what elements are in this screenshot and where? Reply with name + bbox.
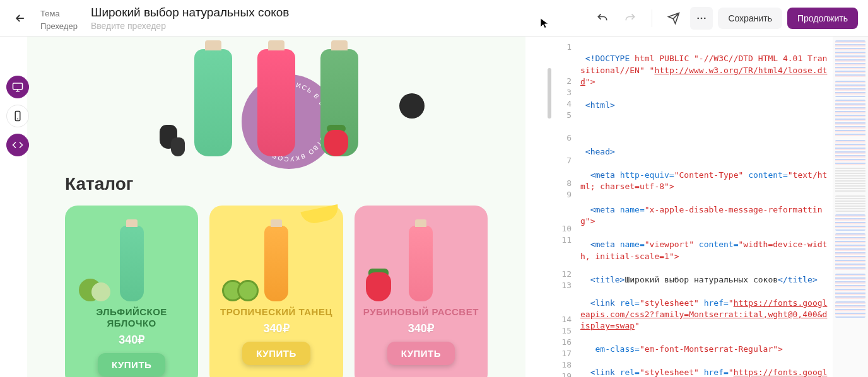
svg-rect-3 — [13, 83, 23, 90]
preheader-label: Прехедер — [40, 21, 83, 31]
catalog-title: Каталог — [65, 174, 488, 194]
product-price: 340₽ — [217, 322, 335, 335]
header-fields: Тема Широкий выбор натуральных соков Пре… — [40, 6, 289, 31]
bottle-green — [194, 49, 232, 156]
svg-point-2 — [704, 17, 706, 19]
product-image — [362, 213, 480, 301]
undo-icon — [596, 12, 609, 25]
desktop-view-button[interactable] — [6, 76, 29, 98]
product-image — [217, 213, 335, 301]
more-horizontal-icon — [696, 13, 707, 24]
hero-section: ОКУНИСЬ В БЛАЖЕНСТВО ВКУСОВ — [65, 37, 488, 156]
product-card: ЭЛЬФИЙСКОЕ ЯБЛОЧКО 340₽ КУПИТЬ — [65, 206, 198, 377]
buy-button[interactable]: КУПИТЬ — [387, 342, 455, 365]
code-view-button[interactable] — [6, 134, 29, 156]
strawberry-decoration — [320, 127, 352, 156]
blackberry-right-decoration — [399, 93, 425, 119]
main-split: ОКУНИСЬ В БЛАЖЕНСТВО ВКУСОВ Каталог — [0, 37, 868, 377]
product-name: РУБИНОВЫЙ РАССВЕТ — [362, 306, 480, 318]
code-minimap[interactable] — [833, 37, 868, 377]
product-name: ТРОПИЧЕСКИЙ ТАНЕЦ — [217, 306, 335, 318]
product-card: ТРОПИЧЕСКИЙ ТАНЕЦ 340₽ КУПИТЬ — [209, 206, 343, 377]
top-bar: Тема Широкий выбор натуральных соков Пре… — [0, 0, 868, 37]
theme-label: Тема — [40, 9, 83, 18]
buy-button[interactable]: КУПИТЬ — [98, 353, 165, 376]
arrow-left-icon — [14, 12, 26, 25]
redo-button[interactable] — [619, 7, 642, 30]
save-button[interactable]: Сохранить — [718, 8, 782, 29]
svg-point-1 — [701, 17, 703, 19]
product-grid: ЭЛЬФИЙСКОЕ ЯБЛОЧКО 340₽ КУПИТЬ ТРОПИЧЕСК… — [65, 206, 488, 377]
product-price: 340₽ — [73, 333, 191, 347]
preview-scrollbar[interactable] — [548, 37, 551, 377]
product-name: ЭЛЬФИЙСКОЕ ЯБЛОЧКО — [73, 306, 191, 329]
toolbar-actions: Сохранить Продолжить — [591, 7, 858, 30]
product-image — [73, 213, 191, 301]
code-pane: 1 2 3 4 5 6 7 8 9 10 11 12 13 14 15 16 1… — [553, 37, 868, 377]
code-body[interactable]: <!DOCTYPE html PUBLIC "-//W3C//DTD HTML … — [578, 37, 833, 377]
product-card: РУБИНОВЫЙ РАССВЕТ 340₽ КУПИТЬ — [355, 206, 488, 377]
product-price: 340₽ — [362, 322, 480, 335]
desktop-icon — [12, 81, 23, 93]
code-icon — [12, 139, 23, 151]
bottle-pink — [257, 49, 295, 156]
theme-value[interactable]: Широкий выбор натуральных соков — [91, 6, 289, 20]
svg-point-0 — [698, 17, 700, 19]
divider — [652, 9, 652, 27]
blackberry-decoration — [160, 125, 197, 156]
code-gutter: 1 2 3 4 5 6 7 8 9 10 11 12 13 14 15 16 1… — [553, 37, 578, 377]
more-button[interactable] — [690, 7, 713, 30]
undo-button[interactable] — [591, 7, 614, 30]
email-canvas: ОКУНИСЬ В БЛАЖЕНСТВО ВКУСОВ Каталог — [27, 37, 525, 377]
mobile-view-button[interactable] — [6, 105, 29, 127]
buy-button[interactable]: КУПИТЬ — [242, 342, 310, 365]
redo-icon — [624, 12, 636, 25]
preheader-input[interactable]: Введите прехедер — [91, 21, 166, 31]
send-button[interactable] — [662, 7, 685, 30]
continue-button[interactable]: Продолжить — [787, 8, 858, 29]
back-button[interactable] — [10, 8, 30, 28]
mobile-icon — [12, 110, 23, 122]
send-icon — [667, 12, 680, 25]
preview-pane: ОКУНИСЬ В БЛАЖЕНСТВО ВКУСОВ Каталог — [0, 37, 553, 377]
device-rail — [6, 76, 29, 156]
